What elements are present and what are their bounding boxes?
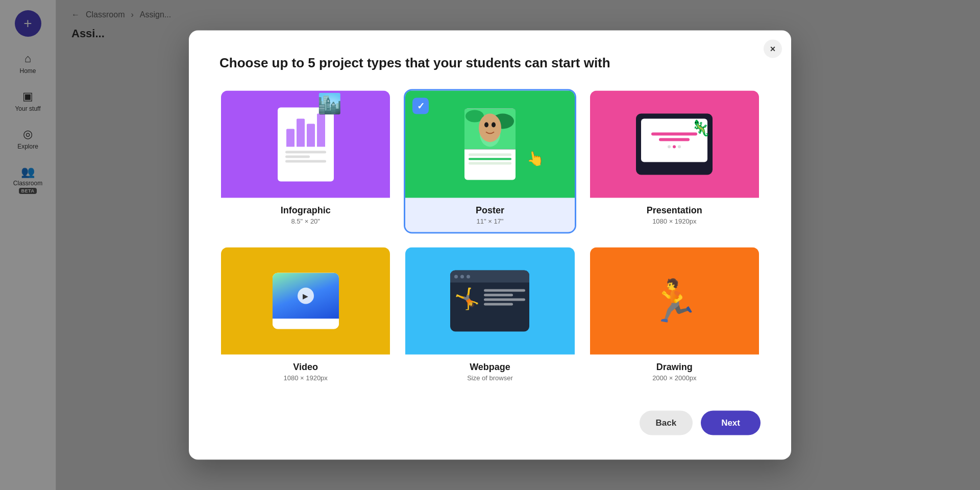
- infographic-name: Infographic: [227, 205, 384, 216]
- presentation-size: 1080 × 1920px: [596, 217, 753, 225]
- web-line-3: [484, 299, 525, 301]
- webpage-size: Size of browser: [411, 374, 568, 382]
- poster-thumbnail: 👆: [405, 91, 574, 198]
- drawing-size: 2000 × 2000px: [596, 374, 753, 382]
- infographic-thumbnail: 🏙️: [221, 91, 390, 198]
- project-card-video[interactable]: ▶ Video 1080 × 1920px: [219, 246, 391, 390]
- web-content: 🤸: [450, 283, 529, 315]
- pres-dot-3: [678, 145, 681, 149]
- webpage-info: Webpage Size of browser: [405, 355, 574, 389]
- drawing-illustration: 🏃: [590, 248, 759, 355]
- cursor-icon: 👆: [525, 149, 545, 169]
- web-dot-2: [460, 275, 464, 278]
- video-screen: ▶: [273, 273, 339, 319]
- infographic-size: 8.5" × 20": [227, 217, 384, 225]
- close-icon: ×: [770, 43, 776, 54]
- project-card-drawing[interactable]: 🏃 Drawing 2000 × 2000px: [589, 246, 761, 390]
- selected-checkmark: [412, 98, 429, 114]
- poster-line-green: [469, 158, 511, 160]
- bar-3: [307, 124, 315, 146]
- poster-info: Poster 11" × 17": [405, 198, 574, 232]
- poster-illustration: [405, 91, 574, 198]
- svg-point-4: [479, 114, 501, 142]
- poster-line-2: [469, 162, 511, 165]
- web-line-4: [484, 303, 513, 306]
- close-button[interactable]: ×: [764, 40, 782, 58]
- pres-dots: [668, 145, 681, 149]
- infographic-illustration: 🏙️: [221, 91, 390, 198]
- poster-face-svg: [464, 109, 516, 150]
- project-type-modal: × Choose up to 5 project types that your…: [189, 31, 791, 460]
- project-card-presentation[interactable]: 🦎 Presentation 1080 × 1920px: [589, 89, 761, 234]
- webpage-thumbnail: 🤸: [405, 248, 574, 355]
- nature-icon: 🦎: [691, 119, 710, 137]
- poster-doc: [464, 109, 516, 180]
- drawing-name: Drawing: [596, 362, 753, 373]
- drawing-figure-icon: 🏃: [649, 277, 700, 325]
- poster-lines: [464, 150, 516, 171]
- drawing-thumbnail: 🏃: [590, 248, 759, 355]
- presentation-illustration: 🦎: [590, 91, 759, 198]
- poster-size: 11" × 17": [411, 217, 568, 225]
- web-dot-3: [467, 275, 470, 278]
- presentation-info: Presentation 1080 × 1920px: [590, 198, 759, 232]
- presentation-thumbnail: 🦎: [590, 91, 759, 198]
- doc-lines: [285, 151, 326, 164]
- poster-face: [464, 109, 516, 150]
- doc-line-2: [285, 155, 310, 158]
- web-figure-icon: 🤸: [454, 287, 480, 311]
- video-device: ▶: [273, 273, 339, 329]
- video-thumbnail: ▶: [221, 248, 390, 355]
- poster-name: Poster: [411, 205, 568, 216]
- svg-point-5: [484, 122, 488, 128]
- modal-title: Choose up to 5 project types that your s…: [219, 55, 761, 71]
- web-browser: 🤸: [450, 271, 529, 332]
- bar-1: [286, 129, 295, 146]
- web-line-2: [484, 294, 513, 297]
- pres-dot-2: [673, 145, 676, 149]
- web-line-1: [484, 289, 525, 292]
- infographic-info: Infographic 8.5" × 20": [221, 198, 390, 232]
- pres-dot-1: [668, 145, 671, 149]
- webpage-name: Webpage: [411, 362, 568, 373]
- video-bottom: [273, 319, 339, 329]
- presentation-device: 🦎: [636, 114, 713, 175]
- project-type-grid: 🏙️: [219, 89, 761, 390]
- bar-2: [297, 118, 305, 146]
- svg-point-6: [492, 122, 496, 128]
- bar-4: [317, 113, 325, 146]
- poster-line-1: [469, 154, 511, 156]
- video-name: Video: [227, 362, 384, 373]
- web-bar: [450, 271, 529, 283]
- project-card-infographic[interactable]: 🏙️: [219, 89, 391, 234]
- video-info: Video 1080 × 1920px: [221, 355, 390, 389]
- video-size: 1080 × 1920px: [227, 374, 384, 382]
- pres-line-1: [651, 133, 697, 136]
- web-lines: [484, 287, 525, 311]
- presentation-name: Presentation: [596, 205, 753, 216]
- drawing-info: Drawing 2000 × 2000px: [590, 355, 759, 389]
- modal-footer: Back Next: [219, 411, 761, 435]
- next-button[interactable]: Next: [701, 411, 761, 435]
- web-dot-1: [454, 275, 458, 278]
- doc-line-1: [285, 151, 326, 153]
- video-illustration: ▶: [221, 248, 390, 355]
- back-button[interactable]: Back: [640, 411, 693, 435]
- project-card-poster[interactable]: 👆 Poster 11" × 17": [404, 89, 576, 234]
- bar-chart: [286, 113, 325, 146]
- pres-line-2: [659, 138, 690, 141]
- 3d-icon: 🏙️: [317, 92, 341, 114]
- project-card-webpage[interactable]: 🤸 Webpage Size of browser: [404, 246, 576, 390]
- play-button-icon: ▶: [298, 288, 314, 304]
- doc-line-3: [285, 160, 326, 162]
- webpage-illustration: 🤸: [405, 248, 574, 355]
